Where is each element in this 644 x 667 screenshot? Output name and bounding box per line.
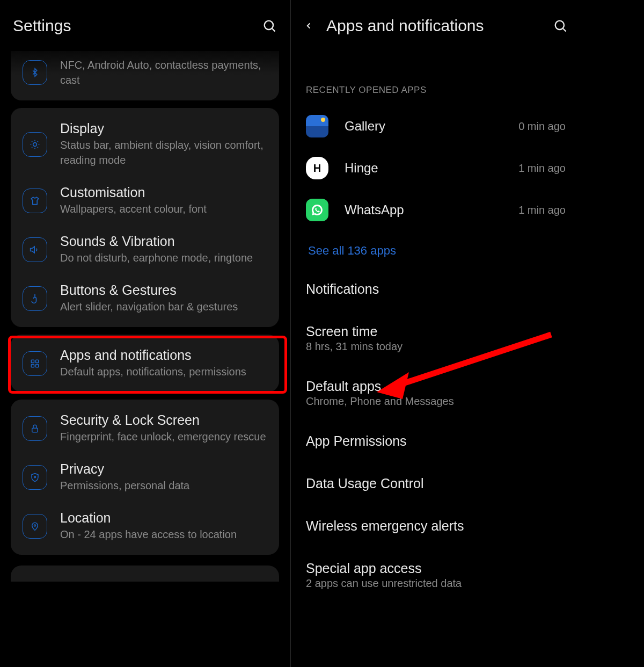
row-wireless-alerts[interactable]: Wireless emergency alerts (291, 505, 581, 548)
settings-row-sub: On - 24 apps have access to location (60, 527, 267, 542)
location-pin-icon (23, 514, 47, 539)
settings-row-title: Sounds & Vibration (60, 234, 267, 249)
row-title: Data Usage Control (306, 476, 566, 491)
row-data-usage[interactable]: Data Usage Control (291, 463, 581, 505)
lock-icon (23, 416, 47, 441)
search-icon[interactable] (553, 18, 568, 33)
search-icon[interactable] (262, 18, 277, 33)
gesture-icon (23, 286, 47, 311)
settings-row-title: Buttons & Gestures (60, 282, 267, 298)
row-title: Screen time (306, 324, 566, 339)
svg-point-18 (34, 525, 36, 526)
svg-point-17 (34, 476, 36, 477)
back-icon[interactable] (304, 18, 313, 34)
gallery-app-icon (306, 115, 328, 137)
brightness-icon (23, 132, 47, 157)
svg-point-2 (33, 142, 37, 146)
settings-row-sub: Wallpapers, accent colour, font (60, 201, 267, 216)
settings-row-title: Location (60, 510, 267, 526)
settings-row-title: Privacy (60, 461, 267, 477)
settings-row-apps-notifications[interactable]: Apps and notifications Default apps, not… (11, 339, 279, 388)
recently-opened-label: RECENTLY OPENED APPS (291, 55, 581, 105)
row-default-apps[interactable]: Default apps Chrome, Phone and Messages (291, 366, 581, 421)
row-title: App Permissions (306, 433, 566, 449)
settings-row-location[interactable]: Location On - 24 apps have access to loc… (11, 502, 279, 550)
settings-row-sub: Alert slider, navigation bar & gestures (60, 299, 267, 314)
svg-line-20 (563, 28, 566, 31)
row-screen-time[interactable]: Screen time 8 hrs, 31 mins today (291, 311, 581, 366)
settings-row-sub: Default apps, notifications, permissions (60, 364, 267, 379)
settings-row-sub: NFC, Android Auto, contactless payments,… (60, 57, 267, 88)
settings-group-partial: NFC, Android Auto, contactless payments,… (11, 51, 279, 100)
row-title: Wireless emergency alerts (306, 518, 566, 534)
left-pane: Settings NFC, Android Auto, contactless … (0, 0, 290, 667)
settings-group-security: Security & Lock Screen Fingerprint, face… (11, 400, 279, 555)
settings-group-apps: Apps and notifications Default apps, not… (11, 335, 279, 392)
settings-row-display[interactable]: Display Status bar, ambient display, vis… (11, 112, 279, 176)
page-title: Settings (13, 17, 71, 35)
settings-group-display: Display Status bar, ambient display, vis… (11, 108, 279, 327)
svg-rect-12 (31, 360, 34, 363)
row-title: Default apps (306, 379, 566, 394)
settings-row-connected-devices[interactable]: NFC, Android Auto, contactless payments,… (11, 51, 279, 96)
right-pane: Apps and notifications RECENTLY OPENED A… (290, 0, 581, 667)
settings-header: Settings (0, 0, 290, 51)
row-sub: Chrome, Phone and Messages (306, 395, 566, 408)
settings-row-sub: Fingerprint, face unlock, emergency resc… (60, 429, 267, 444)
settings-group-next-peek (11, 566, 279, 582)
settings-row-sub: Permissions, personal data (60, 478, 267, 493)
settings-row-title: Security & Lock Screen (60, 412, 267, 428)
hinge-app-icon: H (306, 157, 328, 179)
shield-icon (23, 465, 47, 490)
row-special-access[interactable]: Special app access 2 apps can use unrest… (291, 548, 581, 603)
settings-row-sub: Do not disturb, earphone mode, ringtone (60, 250, 267, 265)
recent-app-name: WhatsApp (345, 202, 502, 218)
svg-point-19 (555, 20, 564, 29)
settings-row-title: Apps and notifications (60, 347, 267, 363)
recent-app-time: 1 min ago (518, 204, 566, 216)
settings-row-security[interactable]: Security & Lock Screen Fingerprint, face… (11, 404, 279, 453)
svg-line-9 (32, 147, 32, 147)
apps-body[interactable]: RECENTLY OPENED APPS Gallery 0 min ago H… (291, 51, 581, 607)
row-sub: 8 hrs, 31 mins today (306, 340, 566, 353)
recent-app-name: Gallery (345, 119, 502, 134)
svg-point-0 (265, 20, 273, 29)
apps-grid-icon (23, 351, 47, 376)
recent-app-time: 0 min ago (518, 120, 566, 133)
svg-marker-11 (31, 247, 34, 253)
page-title: Apps and notifications (326, 17, 484, 35)
svg-line-1 (272, 28, 275, 31)
svg-rect-16 (32, 428, 38, 432)
row-app-permissions[interactable]: App Permissions (291, 421, 581, 463)
apps-header: Apps and notifications (291, 0, 581, 51)
svg-line-10 (38, 141, 38, 142)
row-sub: 2 apps can use unrestricted data (306, 577, 566, 590)
bluetooth-icon (23, 60, 47, 85)
row-title: Notifications (306, 281, 566, 297)
recent-app-time: 1 min ago (518, 162, 566, 175)
settings-row-title: Customisation (60, 185, 267, 200)
recent-app-whatsapp[interactable]: WhatsApp 1 min ago (291, 189, 581, 231)
svg-line-5 (32, 141, 32, 142)
row-notifications[interactable]: Notifications (291, 269, 581, 311)
recent-app-gallery[interactable]: Gallery 0 min ago (291, 105, 581, 147)
settings-row-buttons[interactable]: Buttons & Gestures Alert slider, navigat… (11, 274, 279, 323)
row-title: Special app access (306, 561, 566, 576)
svg-rect-15 (36, 364, 39, 367)
svg-rect-13 (36, 360, 39, 363)
settings-row-sounds[interactable]: Sounds & Vibration Do not disturb, earph… (11, 225, 279, 274)
svg-line-6 (38, 147, 38, 147)
settings-row-privacy[interactable]: Privacy Permissions, personal data (11, 453, 279, 502)
settings-row-sub: Status bar, ambient display, vision comf… (60, 137, 267, 168)
see-all-apps-link[interactable]: See all 136 apps (291, 231, 581, 269)
recent-app-hinge[interactable]: H Hinge 1 min ago (291, 147, 581, 189)
settings-row-customisation[interactable]: Customisation Wallpapers, accent colour,… (11, 176, 279, 225)
recent-app-name: Hinge (345, 161, 502, 176)
shirt-icon (23, 189, 47, 213)
svg-rect-14 (31, 364, 34, 367)
speaker-icon (23, 237, 47, 262)
settings-list[interactable]: NFC, Android Auto, contactless payments,… (0, 51, 290, 667)
whatsapp-app-icon (306, 199, 328, 221)
settings-row-title: Display (60, 121, 267, 136)
